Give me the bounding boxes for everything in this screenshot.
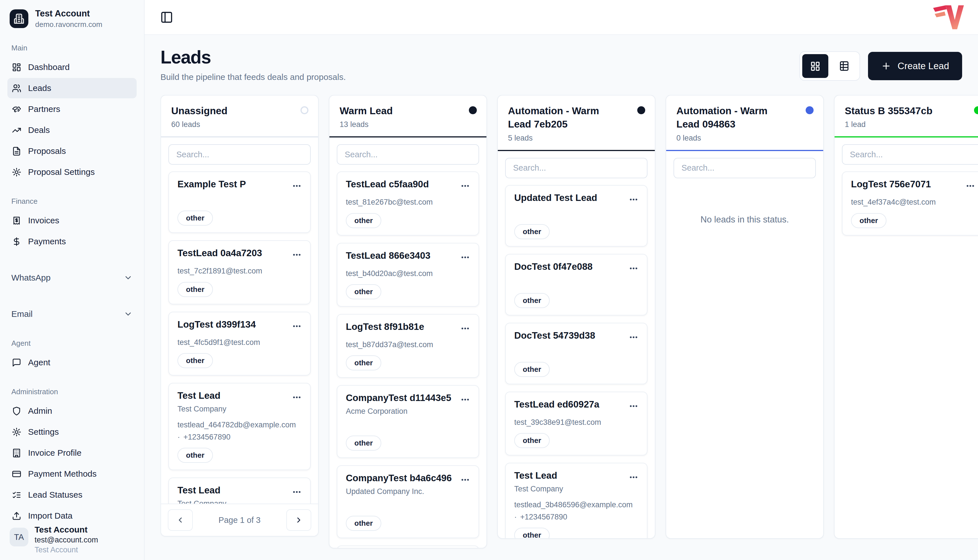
card-menu-button[interactable] (626, 261, 638, 273)
lead-card[interactable]: Test LeadTest Companytestlead_464782db@e… (169, 383, 311, 470)
lead-card[interactable]: LogTest 8f91b81etest_b87dd37a@test.comot… (337, 314, 479, 378)
card-menu-button[interactable] (457, 322, 470, 333)
lead-card[interactable]: TestLead 866e3403test_b40d20ac@test.como… (337, 243, 479, 307)
sidebar-item-invoice-profile[interactable]: Invoice Profile (7, 443, 137, 463)
card-menu-button[interactable] (289, 248, 302, 260)
lead-card[interactable]: Test LeadTest Companytestlead_0b3dc628@e… (169, 478, 311, 503)
card-menu-button[interactable] (457, 473, 470, 485)
column-cards[interactable]: Example Test PotherTestLead 0a4a7203test… (161, 165, 318, 503)
sidebar-item-leads[interactable]: Leads (7, 78, 137, 98)
card-menu-button[interactable] (626, 470, 638, 482)
column-cards[interactable]: TestLead c5faa90dtest_81e267bc@test.como… (329, 165, 486, 548)
lead-card[interactable]: CompanyTest b4a6c496Updated Company Inc.… (337, 465, 479, 538)
more-horizontal-icon (461, 181, 470, 191)
lead-card[interactable]: TestLead c5faa90dtest_81e267bc@test.como… (337, 172, 479, 235)
column-search (505, 158, 648, 178)
sidebar-item-lead-statuses[interactable]: Lead Statuses (7, 485, 137, 505)
column-lead-count: 60 leads (171, 120, 308, 129)
users-icon (12, 83, 21, 93)
kanban-column-2: Warm Lead13 leadsTestLead c5faa90dtest_8… (329, 95, 487, 548)
column-search-input[interactable] (169, 144, 311, 165)
table-view-button[interactable] (831, 54, 857, 78)
card-menu-button[interactable] (457, 393, 470, 404)
lead-card[interactable]: DocTest 0f47e088other (505, 254, 648, 315)
lead-card[interactable]: LogTest d399f134test_4fc5d9f1@test.comot… (169, 312, 311, 375)
card-menu-button[interactable] (626, 330, 638, 342)
lead-card[interactable]: TestLead 0a4a7203test_7c2f1891@test.como… (169, 240, 311, 304)
lead-card[interactable]: TestLead ed60927atest_39c38e91@test.como… (505, 392, 648, 455)
card-spacer (514, 273, 638, 287)
lead-card[interactable]: CompanyTest d11443e5Acme Corporationothe… (337, 385, 479, 458)
lead-card[interactable]: Test LeadTest Companytestlead_3b486596@e… (505, 463, 648, 538)
card-menu-button[interactable] (289, 179, 302, 191)
lead-tag-row: other (177, 276, 302, 297)
kanban-view-button[interactable] (802, 54, 828, 78)
content-header: Leads Build the pipeline that feeds deal… (160, 47, 978, 82)
lead-phone-number: +1234567890 (184, 433, 230, 442)
user-org: Test Account (35, 545, 98, 554)
sidebar-item-payments[interactable]: Payments (7, 231, 137, 252)
column-cards[interactable]: LogTest 756e7071test_4ef37a4c@test.comot… (834, 165, 978, 538)
column-search-input[interactable] (505, 158, 648, 178)
lead-card[interactable]: LogTest 756e7071test_4ef37a4c@test.comot… (842, 172, 978, 235)
sidebar-group-email[interactable]: Email (7, 304, 137, 324)
chevron-right-icon (295, 516, 303, 524)
lead-card[interactable]: CompanyTest a789bd99other (337, 545, 479, 548)
kanban-icon (809, 60, 821, 72)
card-menu-button[interactable] (289, 319, 302, 331)
card-menu-button[interactable] (963, 179, 975, 191)
card-menu-button[interactable] (626, 399, 638, 411)
message-square-icon (12, 358, 21, 367)
card-menu-button[interactable] (289, 485, 302, 497)
lead-name: TestLead 0a4a7203 (177, 248, 262, 258)
more-horizontal-icon (292, 322, 302, 331)
page-title: Leads (160, 47, 346, 68)
sidebar-item-payment-methods[interactable]: Payment Methods (7, 463, 137, 484)
sidebar-group-whatsapp[interactable]: WhatsApp (7, 268, 137, 288)
sidebar-item-agent[interactable]: Agent (7, 352, 137, 373)
sidebar-item-admin[interactable]: Admin (7, 401, 137, 421)
sidebar-item-label: Partners (28, 104, 60, 114)
column-cards[interactable]: No leads in this status. (666, 178, 823, 538)
lead-card[interactable]: Example Test Pother (169, 172, 311, 233)
card-menu-button[interactable] (289, 390, 302, 402)
lead-card[interactable]: Updated Test Leadother (505, 185, 648, 247)
column-search-input[interactable] (337, 144, 479, 165)
more-horizontal-icon (629, 195, 638, 204)
gear-icon (12, 427, 21, 437)
phone-bullet: · (514, 513, 517, 522)
lead-name: LogTest 8f91b81e (346, 322, 424, 332)
lead-tag-row: other (346, 349, 470, 370)
sidebar-item-partners[interactable]: Partners (7, 99, 137, 119)
lead-card-header: Test Lead (177, 485, 302, 497)
sidebar-item-proposal-settings[interactable]: Proposal Settings (7, 162, 137, 182)
lead-tag-row: other (514, 218, 638, 239)
next-page-button[interactable] (286, 509, 311, 531)
sidebar-item-settings[interactable]: Settings (7, 422, 137, 442)
lead-card-header: TestLead 866e3403 (346, 250, 470, 262)
sidebar-item-label: Payment Methods (28, 469, 97, 479)
user-footer[interactable]: TA Test Account test@account.com Test Ac… (0, 521, 144, 560)
sidebar-item-import-data[interactable]: Import Data (7, 506, 137, 521)
lead-tag-row: other (851, 207, 975, 228)
sidebar-item-dashboard[interactable]: Dashboard (7, 57, 137, 77)
prev-page-button[interactable] (168, 509, 193, 531)
sidebar-toggle-button[interactable] (158, 9, 175, 26)
status-indicator (469, 106, 477, 114)
column-search-input[interactable] (842, 144, 978, 165)
card-menu-button[interactable] (626, 192, 638, 204)
account-name: Test Account (35, 8, 102, 19)
kanban-column-5: Status B 355347cb1 leadLogTest 756e7071t… (834, 95, 978, 539)
sidebar-item-invoices[interactable]: Invoices (7, 210, 137, 231)
lead-card[interactable]: DocTest 54739d38other (505, 323, 648, 384)
column-search-input[interactable] (674, 158, 816, 178)
create-lead-button[interactable]: Create Lead (868, 52, 962, 80)
sidebar-item-deals[interactable]: Deals (7, 120, 137, 140)
more-horizontal-icon (461, 395, 470, 404)
card-menu-button[interactable] (457, 250, 470, 262)
card-menu-button[interactable] (457, 179, 470, 191)
sidebar-item-proposals[interactable]: Proposals (7, 141, 137, 161)
kanban-column-1: Unassigned60 leadsExample Test PotherTes… (160, 95, 319, 537)
column-title: Automation - Warm Lead 094863 (676, 104, 813, 131)
column-cards[interactable]: Updated Test LeadotherDocTest 0f47e088ot… (498, 178, 655, 538)
